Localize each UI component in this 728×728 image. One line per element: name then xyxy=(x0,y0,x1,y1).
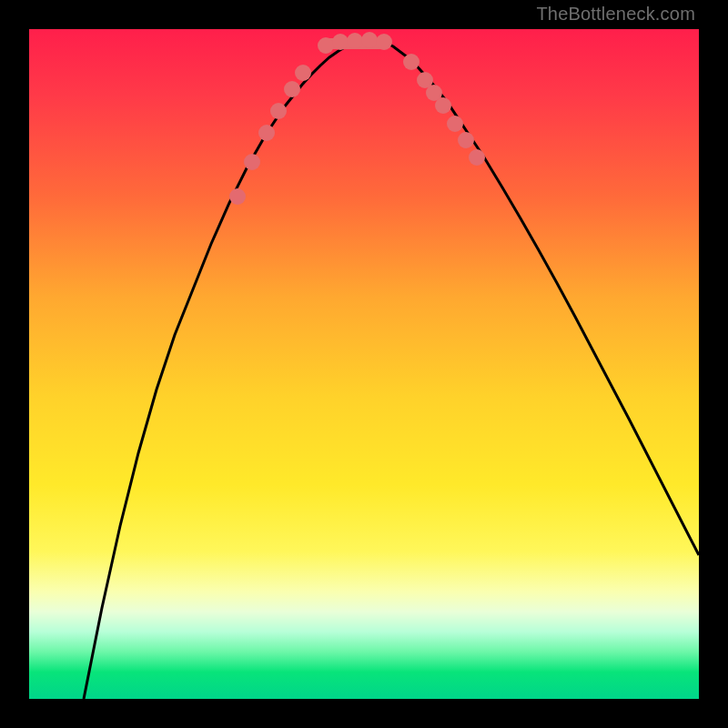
svg-point-6 xyxy=(295,65,311,81)
svg-point-18 xyxy=(469,149,485,166)
svg-point-9 xyxy=(347,33,363,49)
svg-point-1 xyxy=(229,188,246,205)
marker-dots xyxy=(229,32,485,205)
svg-point-10 xyxy=(361,32,378,48)
svg-point-4 xyxy=(270,103,287,119)
svg-point-5 xyxy=(284,81,300,97)
svg-point-12 xyxy=(403,54,420,70)
svg-point-15 xyxy=(435,97,451,114)
svg-point-7 xyxy=(318,37,334,54)
svg-point-3 xyxy=(258,125,275,141)
curve-line xyxy=(84,40,699,699)
outer-frame: TheBottleneck.com xyxy=(0,0,728,728)
svg-point-2 xyxy=(244,154,260,170)
svg-point-8 xyxy=(332,34,349,50)
chart-svg xyxy=(29,29,699,699)
watermark-text: TheBottleneck.com xyxy=(536,4,695,25)
svg-point-17 xyxy=(458,132,474,148)
plot-area xyxy=(29,29,699,699)
svg-point-16 xyxy=(447,116,463,132)
svg-point-11 xyxy=(376,34,392,50)
